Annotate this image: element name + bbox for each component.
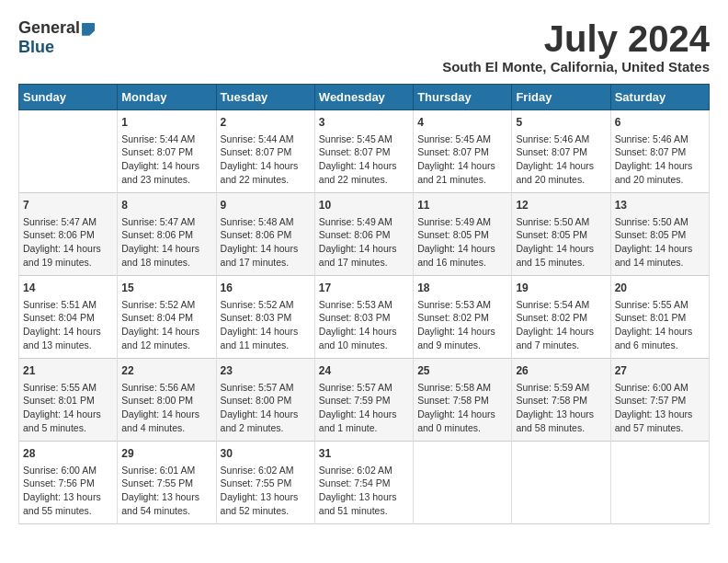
day-number: 30	[221, 446, 311, 462]
calendar-cell: 13Sunrise: 5:50 AM Sunset: 8:05 PM Dayli…	[610, 193, 709, 276]
page-header: General Blue July 2024 South El Monte, C…	[18, 18, 710, 75]
day-number: 8	[121, 198, 211, 213]
month-title: July 2024	[442, 18, 710, 59]
day-number: 3	[319, 115, 409, 131]
day-number: 7	[23, 198, 113, 213]
day-header-friday: Friday	[512, 85, 610, 110]
calendar-week-row: 28Sunrise: 6:00 AM Sunset: 7:56 PM Dayli…	[19, 442, 710, 524]
title-block: July 2024 South El Monte, California, Un…	[442, 18, 710, 75]
day-number: 12	[516, 198, 606, 213]
cell-content: Sunrise: 5:47 AM Sunset: 8:06 PM Dayligh…	[121, 216, 199, 268]
logo-text: General	[18, 18, 95, 38]
calendar-cell: 4Sunrise: 5:45 AM Sunset: 8:07 PM Daylig…	[414, 110, 512, 193]
cell-content: Sunrise: 5:55 AM Sunset: 8:01 PM Dayligh…	[615, 299, 693, 350]
location: South El Monte, California, United State…	[442, 59, 710, 75]
day-number: 28	[23, 446, 113, 462]
day-number: 23	[221, 363, 311, 379]
calendar-cell: 26Sunrise: 5:59 AM Sunset: 7:58 PM Dayli…	[512, 359, 610, 442]
cell-content: Sunrise: 5:53 AM Sunset: 8:02 PM Dayligh…	[417, 299, 495, 350]
calendar-cell: 11Sunrise: 5:49 AM Sunset: 8:05 PM Dayli…	[414, 193, 512, 276]
cell-content: Sunrise: 5:52 AM Sunset: 8:03 PM Dayligh…	[221, 299, 299, 350]
calendar-cell: 19Sunrise: 5:54 AM Sunset: 8:02 PM Dayli…	[512, 276, 610, 359]
day-number: 15	[121, 281, 211, 296]
calendar-cell: 2Sunrise: 5:44 AM Sunset: 8:07 PM Daylig…	[216, 110, 314, 193]
calendar-cell: 10Sunrise: 5:49 AM Sunset: 8:06 PM Dayli…	[314, 193, 413, 276]
calendar-cell	[19, 110, 118, 193]
calendar-cell	[512, 442, 610, 524]
calendar-header-row: SundayMondayTuesdayWednesdayThursdayFrid…	[19, 85, 710, 110]
logo-icon	[82, 23, 95, 36]
calendar-week-row: 21Sunrise: 5:55 AM Sunset: 8:01 PM Dayli…	[19, 359, 710, 442]
cell-content: Sunrise: 5:46 AM Sunset: 8:07 PM Dayligh…	[516, 133, 594, 185]
cell-content: Sunrise: 5:44 AM Sunset: 8:07 PM Dayligh…	[221, 133, 299, 185]
day-number: 17	[319, 281, 409, 296]
day-number: 16	[221, 281, 311, 296]
calendar-cell: 9Sunrise: 5:48 AM Sunset: 8:06 PM Daylig…	[216, 193, 314, 276]
cell-content: Sunrise: 5:57 AM Sunset: 7:59 PM Dayligh…	[319, 382, 397, 433]
cell-content: Sunrise: 6:02 AM Sunset: 7:55 PM Dayligh…	[221, 465, 299, 516]
day-number: 22	[121, 363, 211, 379]
cell-content: Sunrise: 5:49 AM Sunset: 8:05 PM Dayligh…	[417, 216, 495, 268]
calendar-cell	[610, 442, 709, 524]
calendar-cell: 1Sunrise: 5:44 AM Sunset: 8:07 PM Daylig…	[118, 110, 216, 193]
day-number: 1	[121, 115, 211, 131]
cell-content: Sunrise: 5:59 AM Sunset: 7:58 PM Dayligh…	[516, 382, 594, 433]
calendar-cell: 12Sunrise: 5:50 AM Sunset: 8:05 PM Dayli…	[512, 193, 610, 276]
day-number: 26	[516, 363, 606, 379]
day-header-saturday: Saturday	[610, 85, 709, 110]
day-number: 9	[221, 198, 311, 213]
calendar-cell: 7Sunrise: 5:47 AM Sunset: 8:06 PM Daylig…	[19, 193, 118, 276]
day-number: 10	[319, 198, 409, 213]
calendar-week-row: 7Sunrise: 5:47 AM Sunset: 8:06 PM Daylig…	[19, 193, 710, 276]
logo-general: General	[18, 18, 80, 37]
calendar-cell: 29Sunrise: 6:01 AM Sunset: 7:55 PM Dayli…	[118, 442, 216, 524]
day-number: 21	[23, 363, 113, 379]
day-header-thursday: Thursday	[414, 85, 512, 110]
day-number: 2	[221, 115, 311, 131]
day-header-tuesday: Tuesday	[216, 85, 314, 110]
cell-content: Sunrise: 5:55 AM Sunset: 8:01 PM Dayligh…	[23, 382, 101, 433]
day-number: 5	[516, 115, 606, 131]
day-header-monday: Monday	[118, 85, 216, 110]
day-number: 20	[615, 281, 705, 296]
calendar-cell: 14Sunrise: 5:51 AM Sunset: 8:04 PM Dayli…	[19, 276, 118, 359]
calendar-cell: 15Sunrise: 5:52 AM Sunset: 8:04 PM Dayli…	[118, 276, 216, 359]
cell-content: Sunrise: 5:58 AM Sunset: 7:58 PM Dayligh…	[417, 382, 495, 433]
calendar-table: SundayMondayTuesdayWednesdayThursdayFrid…	[18, 84, 710, 524]
logo-blue: Blue	[18, 38, 54, 57]
cell-content: Sunrise: 5:50 AM Sunset: 8:05 PM Dayligh…	[516, 216, 594, 268]
calendar-cell: 6Sunrise: 5:46 AM Sunset: 8:07 PM Daylig…	[610, 110, 709, 193]
cell-content: Sunrise: 5:57 AM Sunset: 8:00 PM Dayligh…	[221, 382, 299, 433]
calendar-cell: 24Sunrise: 5:57 AM Sunset: 7:59 PM Dayli…	[314, 359, 413, 442]
cell-content: Sunrise: 5:44 AM Sunset: 8:07 PM Dayligh…	[121, 133, 199, 185]
cell-content: Sunrise: 5:53 AM Sunset: 8:03 PM Dayligh…	[319, 299, 397, 350]
day-number: 13	[615, 198, 705, 213]
calendar-cell: 20Sunrise: 5:55 AM Sunset: 8:01 PM Dayli…	[610, 276, 709, 359]
cell-content: Sunrise: 5:46 AM Sunset: 8:07 PM Dayligh…	[615, 133, 693, 185]
day-number: 4	[417, 115, 507, 131]
cell-content: Sunrise: 5:54 AM Sunset: 8:02 PM Dayligh…	[516, 299, 594, 350]
calendar-week-row: 1Sunrise: 5:44 AM Sunset: 8:07 PM Daylig…	[19, 110, 710, 193]
cell-content: Sunrise: 6:02 AM Sunset: 7:54 PM Dayligh…	[319, 465, 397, 516]
calendar-cell: 27Sunrise: 6:00 AM Sunset: 7:57 PM Dayli…	[610, 359, 709, 442]
calendar-cell: 17Sunrise: 5:53 AM Sunset: 8:03 PM Dayli…	[314, 276, 413, 359]
day-number: 14	[23, 281, 113, 296]
cell-content: Sunrise: 5:56 AM Sunset: 8:00 PM Dayligh…	[121, 382, 199, 433]
calendar-cell: 23Sunrise: 5:57 AM Sunset: 8:00 PM Dayli…	[216, 359, 314, 442]
day-number: 25	[417, 363, 507, 379]
calendar-cell: 18Sunrise: 5:53 AM Sunset: 8:02 PM Dayli…	[414, 276, 512, 359]
calendar-cell: 30Sunrise: 6:02 AM Sunset: 7:55 PM Dayli…	[216, 442, 314, 524]
day-number: 31	[319, 446, 409, 462]
day-number: 6	[615, 115, 705, 131]
calendar-cell: 28Sunrise: 6:00 AM Sunset: 7:56 PM Dayli…	[19, 442, 118, 524]
calendar-cell: 22Sunrise: 5:56 AM Sunset: 8:00 PM Dayli…	[118, 359, 216, 442]
cell-content: Sunrise: 5:45 AM Sunset: 8:07 PM Dayligh…	[319, 133, 397, 185]
cell-content: Sunrise: 6:00 AM Sunset: 7:56 PM Dayligh…	[23, 465, 101, 516]
day-number: 29	[121, 446, 211, 462]
calendar-cell: 16Sunrise: 5:52 AM Sunset: 8:03 PM Dayli…	[216, 276, 314, 359]
day-number: 24	[319, 363, 409, 379]
cell-content: Sunrise: 5:48 AM Sunset: 8:06 PM Dayligh…	[221, 216, 299, 268]
cell-content: Sunrise: 6:00 AM Sunset: 7:57 PM Dayligh…	[615, 382, 693, 433]
cell-content: Sunrise: 5:47 AM Sunset: 8:06 PM Dayligh…	[23, 216, 101, 268]
day-header-sunday: Sunday	[19, 85, 118, 110]
